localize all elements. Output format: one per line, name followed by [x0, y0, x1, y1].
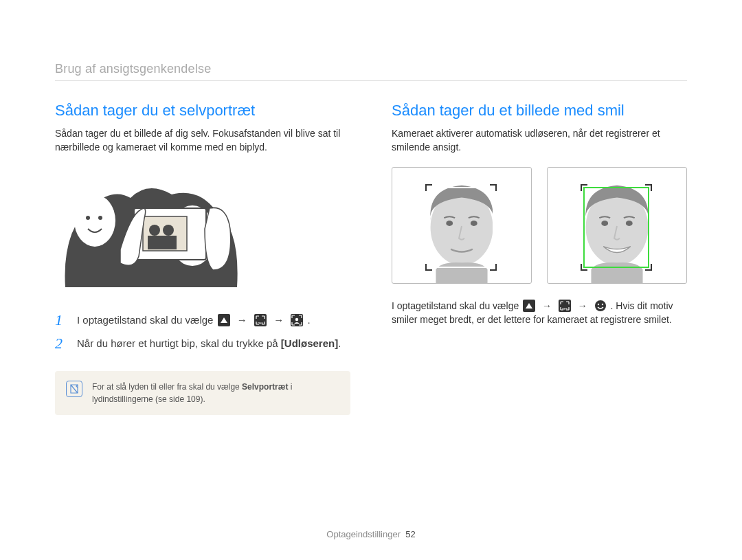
footer-page-number: 52 — [405, 529, 415, 539]
svg-point-0 — [74, 194, 115, 247]
smile-icon — [594, 300, 607, 312]
svg-point-25 — [595, 300, 606, 311]
note-prefix: For at slå lyden til eller fra skal du v… — [92, 382, 242, 392]
selfportrait-illustration — [55, 167, 350, 298]
arrow-icon: → — [578, 299, 587, 313]
arrow-icon: → — [237, 313, 247, 328]
face-off-icon: OFF — [559, 300, 571, 312]
face-off-icon: OFF — [254, 314, 267, 326]
svg-point-7 — [163, 225, 174, 236]
face-detect-box-green — [583, 187, 649, 268]
footer-label: Optageindstillinger — [326, 529, 401, 539]
svg-point-27 — [601, 303, 603, 304]
step2-bold: [Udløseren] — [281, 337, 338, 349]
face-detect-box-white — [428, 187, 494, 268]
right-paragraph: I optagetilstand skal du vælge → OFF → .… — [392, 299, 687, 327]
step1-suffix: . — [307, 314, 310, 326]
up-triangle-icon — [523, 300, 535, 312]
step-1: 1 I optagetilstand skal du vælge → OFF →… — [55, 313, 350, 328]
right-para-prefix: I optagetilstand skal du vælge — [392, 300, 521, 311]
arrow-icon: → — [542, 299, 552, 313]
step-2: 2 Når du hører et hurtigt bip, skal du t… — [55, 336, 350, 352]
svg-text:OFF: OFF — [258, 322, 264, 325]
svg-point-26 — [597, 303, 598, 304]
smile-frame-before — [392, 167, 532, 284]
step2-suffix: . — [338, 337, 341, 349]
right-column: Sådan tager du et billede med smil Kamer… — [392, 102, 687, 415]
step1-prefix: I optagetilstand skal du vælge — [77, 314, 216, 326]
breadcrumb: Brug af ansigtsgenkendelse — [55, 62, 687, 81]
page-footer: Optageindstillinger 52 — [0, 529, 742, 539]
svg-point-1 — [86, 216, 90, 220]
content-columns: Sådan tager du et selvportræt Sådan tage… — [55, 102, 687, 415]
face-self-icon — [291, 314, 303, 326]
right-heading: Sådan tager du et billede med smil — [392, 102, 687, 120]
svg-point-6 — [149, 225, 160, 236]
smile-illustrations — [392, 167, 687, 284]
step-number-1: 1 — [55, 313, 67, 328]
note-bold: Selvportræt — [242, 382, 288, 392]
smile-frame-after — [547, 167, 687, 284]
note-box: For at slå lyden til eller fra skal du v… — [55, 371, 350, 415]
svg-text:OFF: OFF — [562, 307, 568, 311]
note-icon — [66, 381, 82, 397]
step-2-text: Når du hører et hurtigt bip, skal du try… — [77, 336, 341, 352]
step-number-2: 2 — [55, 336, 67, 352]
arrow-icon: → — [273, 313, 284, 328]
svg-rect-8 — [148, 236, 177, 249]
left-heading: Sådan tager du et selvportræt — [55, 102, 350, 120]
selfie-sketch-icon — [55, 167, 254, 298]
left-intro: Sådan tager du et billede af dig selv. F… — [55, 126, 350, 155]
up-triangle-icon — [218, 314, 230, 326]
svg-point-14 — [295, 317, 298, 320]
left-column: Sådan tager du et selvportræt Sådan tage… — [55, 102, 350, 415]
right-intro: Kameraet aktiverer automatisk udløseren,… — [392, 126, 687, 155]
left-steps: 1 I optagetilstand skal du vælge → OFF →… — [55, 313, 350, 352]
svg-point-2 — [98, 216, 102, 220]
step-1-text: I optagetilstand skal du vælge → OFF → . — [77, 313, 311, 328]
step2-prefix: Når du hører et hurtigt bip, skal du try… — [77, 337, 281, 349]
note-text: For at slå lyden til eller fra skal du v… — [92, 381, 339, 405]
